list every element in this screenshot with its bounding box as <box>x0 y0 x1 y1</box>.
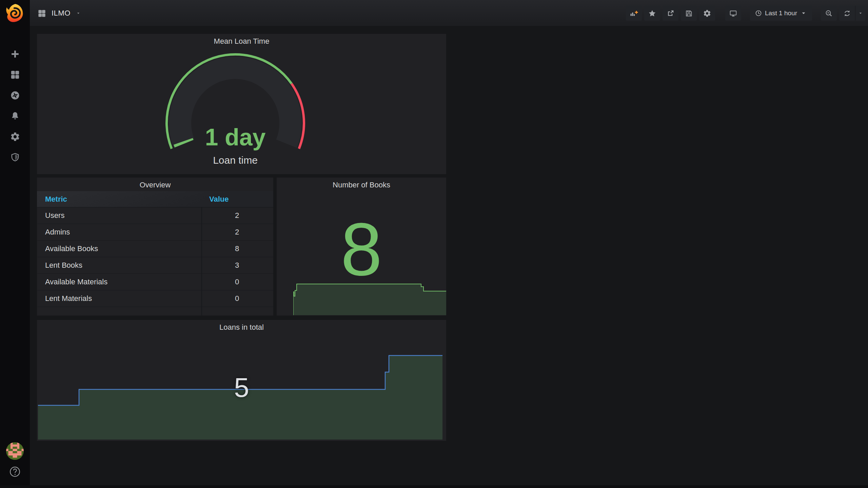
panel-title[interactable]: Loans in total <box>37 323 446 332</box>
metric-cell: Users <box>37 211 201 220</box>
panel-loans-in-total: Loans in total 5 <box>37 320 446 441</box>
help-button[interactable] <box>9 466 21 478</box>
value-cell: 2 <box>201 211 273 220</box>
panel-overview-table: Overview Metric Value Users 2 Admins 2 A… <box>37 178 273 316</box>
dashboards-grid-icon <box>10 69 20 80</box>
add-panel-icon <box>630 9 638 18</box>
table-row: Lent Books 3 <box>37 257 273 274</box>
share-icon <box>666 9 675 18</box>
panel-title[interactable]: Overview <box>37 181 273 189</box>
grafana-dashboard: ILMO <box>0 0 868 488</box>
clock-icon <box>755 9 762 17</box>
chevron-down-icon <box>858 11 863 16</box>
navbar-actions: Last 1 hour <box>624 6 865 21</box>
dashboard-grid-icon <box>37 9 46 18</box>
column-divider <box>201 207 202 316</box>
column-header-metric[interactable]: Metric <box>37 195 201 204</box>
metric-cell: Available Books <box>37 244 201 253</box>
column-header-value[interactable]: Value <box>201 195 229 204</box>
table-row: Available Books 8 <box>37 241 273 257</box>
sidebar-item-server-admin[interactable] <box>9 151 21 163</box>
add-panel-button[interactable] <box>626 6 642 21</box>
star-icon <box>648 9 656 18</box>
plus-icon <box>10 49 20 59</box>
value-cell: 0 <box>201 278 273 286</box>
gauge-value: 1 day <box>161 124 310 151</box>
cycle-view-mode-button[interactable] <box>725 6 741 21</box>
dashboard-title: ILMO <box>52 9 71 18</box>
help-icon <box>9 466 21 478</box>
tv-icon <box>729 9 737 18</box>
metric-cell: Admins <box>37 228 201 237</box>
grafana-logo[interactable] <box>5 3 25 24</box>
save-button[interactable] <box>681 6 697 21</box>
star-button[interactable] <box>644 6 660 21</box>
table-row: Available Materials 0 <box>37 274 273 290</box>
zoom-out-time-button[interactable] <box>821 6 837 21</box>
metric-cell: Available Materials <box>37 278 201 286</box>
value-cell: 2 <box>201 228 273 237</box>
settings-gear-icon <box>703 9 711 18</box>
table-row: Admins 2 <box>37 224 273 241</box>
alerting-bell-icon <box>10 111 20 121</box>
stat-value: 5 <box>37 374 446 401</box>
avatar-pixel-art <box>6 442 24 460</box>
refresh-button[interactable] <box>839 6 855 21</box>
server-admin-shield-icon <box>10 152 20 163</box>
panel-title[interactable]: Number of Books <box>277 181 446 189</box>
sidebar-item-create[interactable] <box>9 48 21 60</box>
table-header-row: Metric Value <box>37 191 273 207</box>
value-cell: 3 <box>201 261 273 270</box>
save-icon <box>685 9 693 18</box>
explore-compass-icon <box>10 90 20 101</box>
sidebar-item-dashboards[interactable] <box>9 69 21 80</box>
navbar: ILMO <box>30 0 868 26</box>
chevron-down-icon <box>800 9 807 17</box>
refresh-interval-dropdown[interactable] <box>855 6 865 21</box>
share-button[interactable] <box>663 6 678 21</box>
zoom-out-icon <box>825 9 833 18</box>
table-row: Users 2 <box>37 207 273 224</box>
window-bottom-edge <box>0 485 868 488</box>
value-cell: 0 <box>201 294 273 303</box>
stat-value: 8 <box>277 212 446 287</box>
panel-number-of-books: Number of Books 8 <box>277 178 446 316</box>
panel-mean-loan-time: Mean Loan Time 1 day Loan time <box>37 34 446 174</box>
grafana-logo-icon <box>5 3 25 23</box>
time-range-picker[interactable]: Last 1 hour <box>750 6 812 21</box>
value-cell: 8 <box>201 244 273 253</box>
overview-table: Metric Value Users 2 Admins 2 Available … <box>37 191 273 316</box>
sidebar-item-alerting[interactable] <box>9 110 21 122</box>
table-row: Lent Materials 0 <box>37 290 273 307</box>
sidebar-item-explore[interactable] <box>9 89 21 101</box>
sidebar <box>0 0 30 488</box>
time-range-label: Last 1 hour <box>765 9 797 17</box>
gauge-field-label: Loan time <box>161 155 310 166</box>
table-body: Users 2 Admins 2 Available Books 8 Lent … <box>37 207 273 316</box>
metric-cell: Lent Materials <box>37 294 201 303</box>
chevron-down-icon <box>76 11 81 16</box>
metric-cell: Lent Books <box>37 261 201 270</box>
dashboard-settings-button[interactable] <box>699 6 715 21</box>
refresh-button-group <box>839 6 865 21</box>
dashboard-title-group[interactable]: ILMO <box>37 0 81 26</box>
sidebar-nav <box>0 48 30 163</box>
refresh-icon <box>843 9 851 18</box>
user-avatar[interactable] <box>6 442 24 460</box>
panel-title[interactable]: Mean Loan Time <box>37 37 446 46</box>
sidebar-item-configuration[interactable] <box>9 131 21 142</box>
configuration-gear-icon <box>10 131 20 142</box>
